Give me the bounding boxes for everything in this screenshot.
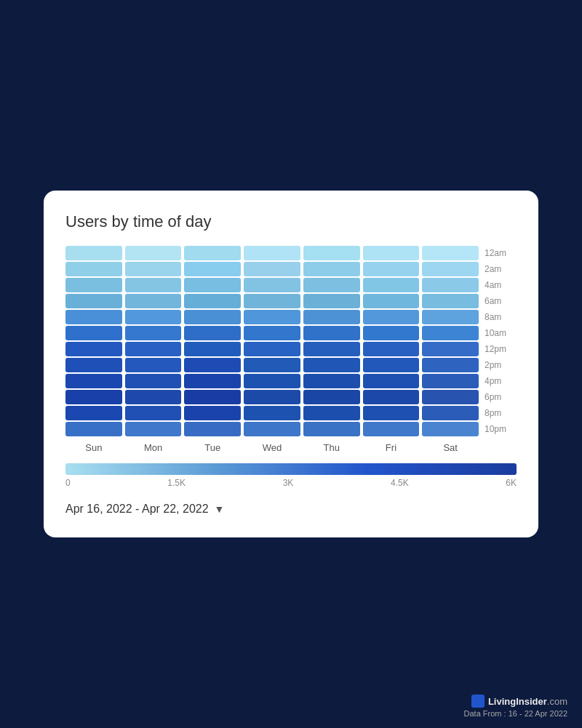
grid-cell — [363, 422, 420, 436]
grid-row — [65, 358, 479, 372]
x-label: Sun — [65, 442, 122, 453]
grid-row — [65, 326, 479, 340]
x-label: Mon — [125, 442, 182, 453]
grid-cell — [65, 278, 122, 292]
grid-cell — [125, 326, 182, 340]
grid-cell — [303, 326, 360, 340]
grid-cell — [422, 262, 479, 276]
grid-cell — [363, 358, 420, 372]
y-label: 8pm — [485, 406, 517, 420]
grid-cell — [65, 374, 122, 388]
grid-cell — [184, 278, 241, 292]
grid-cell — [422, 310, 479, 324]
grid-cell — [363, 390, 420, 404]
grid-cell — [65, 358, 122, 372]
grid-cell — [422, 390, 479, 404]
brand-name-text: LivingInsider — [488, 696, 547, 707]
legend-number: 0 — [65, 478, 71, 488]
legend-bar — [65, 463, 517, 475]
grid-cell — [303, 374, 360, 388]
chart-area: 12am2am4am6am8am10am12pm2pm4pm6pm8pm10pm — [65, 246, 517, 436]
y-label: 12pm — [485, 342, 517, 356]
y-label: 2pm — [485, 358, 517, 372]
grid-cell — [244, 326, 300, 340]
y-labels: 12am2am4am6am8am10am12pm2pm4pm6pm8pm10pm — [479, 246, 517, 436]
grid-row — [65, 294, 479, 308]
grid-cell — [363, 374, 420, 388]
grid-cell — [125, 358, 182, 372]
grid-cell — [244, 406, 300, 420]
grid-cell — [363, 278, 420, 292]
grid-cell — [422, 358, 479, 372]
grid-cell — [303, 278, 360, 292]
grid-row — [65, 246, 479, 260]
x-label: Fri — [363, 442, 420, 453]
grid-cell — [65, 342, 122, 356]
grid-cell — [244, 374, 300, 388]
grid-cell — [303, 406, 360, 420]
legend-number: 4.5K — [391, 478, 409, 488]
legend-number: 1.5K — [167, 478, 186, 488]
grid-cell — [244, 358, 300, 372]
grid-cell — [244, 262, 300, 276]
legend-numbers: 01.5K3K4.5K6K — [65, 478, 517, 488]
grid-cell — [65, 326, 122, 340]
brand-text: LivingInsider.com — [488, 696, 567, 707]
grid-row — [65, 374, 479, 388]
footer: LivingInsider.com Data From : 16 - 22 Ap… — [464, 695, 567, 718]
y-label: 6am — [485, 294, 517, 308]
date-range-selector[interactable]: Apr 16, 2022 - Apr 22, 2022 ▼ — [65, 503, 517, 516]
grid-cell — [303, 358, 360, 372]
x-label: Wed — [244, 442, 300, 453]
grid-cell — [363, 310, 420, 324]
grid-cell — [184, 422, 241, 436]
grid-cell — [422, 342, 479, 356]
grid-row — [65, 262, 479, 276]
grid-cell — [422, 406, 479, 420]
grid-cell — [65, 406, 122, 420]
footer-data-text: Data From : 16 - 22 Apr 2022 — [464, 709, 567, 718]
x-label: Tue — [184, 442, 241, 453]
grid-cell — [303, 422, 360, 436]
grid-cell — [184, 262, 241, 276]
grid-cell — [125, 374, 182, 388]
grid-cell — [184, 390, 241, 404]
grid-cell — [125, 342, 182, 356]
grid-cell — [184, 294, 241, 308]
grid-cell — [125, 310, 182, 324]
grid-cell — [422, 374, 479, 388]
grid-cell — [184, 342, 241, 356]
brand-icon — [471, 695, 485, 708]
grid-cell — [244, 294, 300, 308]
grid-cell — [184, 358, 241, 372]
grid-cell — [363, 262, 420, 276]
grid-cell — [303, 262, 360, 276]
grid-cell — [184, 406, 241, 420]
grid-cell — [363, 326, 420, 340]
grid-cell — [184, 246, 241, 260]
date-range-text: Apr 16, 2022 - Apr 22, 2022 — [65, 503, 209, 516]
grid-row — [65, 310, 479, 324]
legend-number: 6K — [506, 478, 517, 488]
grid-row — [65, 406, 479, 420]
grid-row — [65, 278, 479, 292]
y-label: 10am — [485, 326, 517, 340]
grid-cell — [303, 246, 360, 260]
grid-cell — [184, 326, 241, 340]
grid-cell — [244, 310, 300, 324]
chevron-down-icon: ▼ — [215, 503, 225, 515]
grid-row — [65, 422, 479, 436]
y-label: 12am — [485, 246, 517, 260]
grid-cell — [65, 390, 122, 404]
grid-cell — [422, 294, 479, 308]
grid-cell — [65, 310, 122, 324]
y-label: 6pm — [485, 390, 517, 404]
grid-row — [65, 342, 479, 356]
y-label: 2am — [485, 262, 517, 276]
main-card: Users by time of day 12am2am4am6am8am10a… — [44, 191, 538, 537]
chart-title: Users by time of day — [65, 212, 517, 231]
grid-cell — [422, 246, 479, 260]
y-label: 10pm — [485, 422, 517, 436]
grid-container — [65, 246, 479, 436]
grid-cell — [363, 342, 420, 356]
